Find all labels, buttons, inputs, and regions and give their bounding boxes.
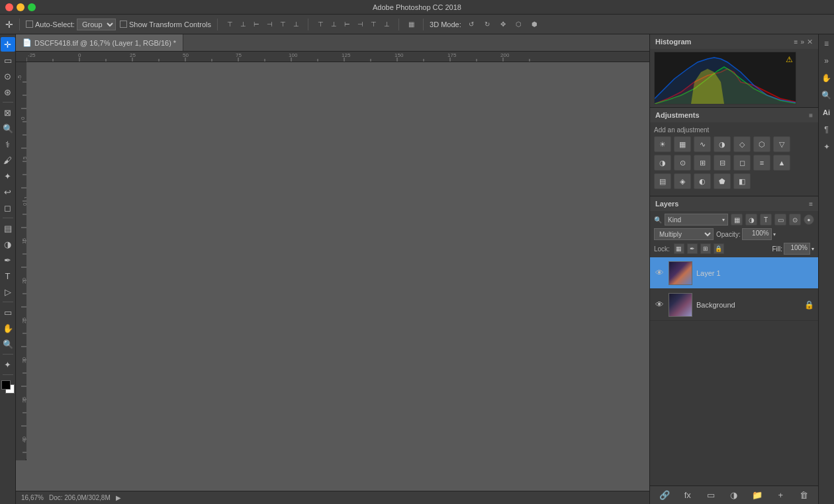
ai-panel-icon[interactable]: Ai: [820, 106, 833, 119]
layer-link-button[interactable]: 🔗: [657, 489, 672, 502]
histogram-menu-icon[interactable]: ≡: [794, 38, 798, 46]
text-button[interactable]: T: [1, 269, 15, 283]
levels-icon[interactable]: ▦: [674, 136, 691, 152]
opacity-value[interactable]: 100%: [742, 228, 772, 240]
collapse-icon[interactable]: »: [820, 54, 833, 67]
align-left-edges-icon[interactable]: ⊣: [263, 19, 275, 30]
histogram-panel-header[interactable]: Histogram ≡ » ✕: [650, 34, 818, 49]
eraser-button[interactable]: ◻: [1, 200, 15, 215]
opacity-dropdown-icon[interactable]: ▾: [773, 231, 776, 237]
invert-icon[interactable]: ◻: [733, 155, 751, 171]
auto-arrange-icon[interactable]: ▦: [405, 19, 417, 30]
dist-vert-icon[interactable]: ⊥: [328, 19, 340, 30]
zoom-panel-icon[interactable]: 🔍: [820, 89, 833, 102]
clone-stamp-button[interactable]: ✦: [1, 169, 15, 183]
lock-artboard-icon[interactable]: ⊞: [700, 243, 711, 254]
canvas-wrapper[interactable]: -5 0 5 1 0: [16, 62, 649, 491]
shadow-highlight-icon[interactable]: ◐: [694, 173, 711, 189]
layer-mask-button[interactable]: ▭: [704, 489, 718, 502]
sparkle-icon[interactable]: ✦: [820, 140, 833, 153]
3d-pan-icon[interactable]: ✥: [497, 19, 509, 30]
layers-panel-header[interactable]: Layers ≡: [650, 196, 818, 211]
lock-pixels-icon[interactable]: ▦: [674, 243, 684, 254]
traffic-lights[interactable]: [5, 3, 36, 11]
histogram-collapse-icon[interactable]: »: [800, 38, 804, 46]
close-button[interactable]: [5, 3, 13, 11]
histogram-close-icon[interactable]: ✕: [807, 38, 813, 46]
eyedropper-button[interactable]: 🔍: [1, 121, 15, 136]
pen-button[interactable]: ✒: [1, 253, 15, 267]
hand-button[interactable]: ✋: [1, 321, 15, 335]
layer-filter-smart-icon[interactable]: ⊙: [789, 214, 801, 226]
black-white-icon[interactable]: ◑: [654, 155, 671, 171]
status-arrow[interactable]: ▶: [116, 494, 121, 501]
align-bottom-edges-icon[interactable]: ⊢: [250, 19, 262, 30]
layer-item-layer1[interactable]: 👁 Layer 1: [650, 257, 818, 289]
layer-filter-shape-icon[interactable]: ▭: [774, 214, 786, 226]
gradient-button[interactable]: ▤: [1, 221, 15, 235]
curves-icon[interactable]: ∿: [694, 136, 711, 152]
magic-wand-button[interactable]: ⊛: [1, 85, 15, 99]
hue-saturation-icon[interactable]: ⬡: [753, 136, 770, 152]
crop-tool-button[interactable]: ⊠: [1, 105, 15, 120]
exposure-icon[interactable]: ◑: [714, 136, 731, 152]
3d-rotate-icon[interactable]: ↺: [465, 19, 477, 30]
hdr-toning-icon[interactable]: ⬟: [714, 173, 731, 189]
align-top-edges-icon[interactable]: ⊤: [224, 19, 236, 30]
zoom-button[interactable]: 🔍: [1, 337, 15, 351]
lasso-tool-button[interactable]: ⊙: [1, 69, 15, 83]
layer-filter-adjust-icon[interactable]: ◑: [745, 214, 757, 226]
3d-slide-icon[interactable]: ⬡: [513, 19, 525, 30]
fill-dropdown-icon[interactable]: ▾: [811, 246, 814, 252]
auto-select-checkbox[interactable]: [26, 21, 33, 28]
history-brush-button[interactable]: ↩: [1, 185, 15, 199]
auto-select-dropdown[interactable]: Group Layer: [77, 19, 116, 30]
layer1-visibility-icon[interactable]: 👁: [654, 268, 665, 278]
move-tool-button[interactable]: ✛: [1, 37, 15, 52]
shape-button[interactable]: ▭: [1, 305, 15, 319]
layers-filter-dropdown[interactable]: Kind ▾: [665, 214, 728, 226]
photo-filter-icon[interactable]: ⊙: [674, 155, 691, 171]
path-select-button[interactable]: ▷: [1, 284, 15, 299]
move-tool[interactable]: ✛: [5, 19, 13, 30]
align-horizontal-centers-icon[interactable]: ⊤: [277, 19, 289, 30]
desaturate-icon[interactable]: ◧: [733, 173, 751, 189]
show-transform-checkbox[interactable]: [120, 21, 127, 28]
adjustments-menu-icon[interactable]: ≡: [809, 112, 813, 119]
3d-roll-icon[interactable]: ↻: [481, 19, 493, 30]
posterize-icon[interactable]: ≡: [753, 155, 770, 171]
layer-filter-toggle[interactable]: ●: [804, 214, 814, 225]
3d-tool-button[interactable]: ✦: [1, 357, 15, 372]
layer-fx-button[interactable]: fx: [680, 489, 695, 502]
paragraph-panel-icon[interactable]: ¶: [820, 123, 833, 136]
layer-group-button[interactable]: 📁: [750, 489, 764, 502]
selective-color-icon[interactable]: ◈: [674, 173, 691, 189]
fill-value[interactable]: 100%: [784, 243, 810, 255]
lock-all-icon[interactable]: 🔒: [714, 243, 724, 254]
brush-button[interactable]: 🖌: [1, 153, 15, 167]
layer-filter-pixel-icon[interactable]: ▦: [731, 214, 743, 226]
3d-scale-icon[interactable]: ⬢: [529, 19, 541, 30]
color-balance-icon[interactable]: ▽: [773, 136, 790, 152]
maximize-button[interactable]: [28, 3, 36, 11]
brightness-contrast-icon[interactable]: ☀: [654, 136, 671, 152]
channel-mixer-icon[interactable]: ⊞: [694, 155, 711, 171]
histogram-warning-icon[interactable]: ⚠: [786, 55, 793, 64]
blend-mode-select[interactable]: Multiply Normal Screen Overlay Soft Ligh…: [654, 228, 714, 240]
background-visibility-icon[interactable]: 👁: [654, 300, 665, 310]
align-right-edges-icon[interactable]: ⊥: [290, 19, 302, 30]
color-swatches[interactable]: [1, 380, 15, 394]
dist-right-icon[interactable]: ⊥: [381, 19, 393, 30]
color-lookup-icon[interactable]: ⊟: [714, 155, 731, 171]
hand-tool-icon[interactable]: ✋: [820, 71, 833, 85]
align-vertical-centers-icon[interactable]: ⊥: [237, 19, 249, 30]
document-tab[interactable]: 📄 DSCF5418.tif @ 16,7% (Layer 1, RGB/16)…: [16, 34, 183, 51]
dist-top-icon[interactable]: ⊤: [314, 19, 326, 30]
minimize-button[interactable]: [17, 3, 24, 11]
dodge-button[interactable]: ◑: [1, 237, 15, 251]
gradient-map-icon[interactable]: ▤: [654, 173, 671, 189]
foreground-color-swatch[interactable]: [1, 380, 11, 390]
threshold-icon[interactable]: ▲: [773, 155, 790, 171]
layers-menu-icon[interactable]: ≡: [809, 200, 813, 208]
heal-button[interactable]: ⚕: [1, 137, 15, 151]
